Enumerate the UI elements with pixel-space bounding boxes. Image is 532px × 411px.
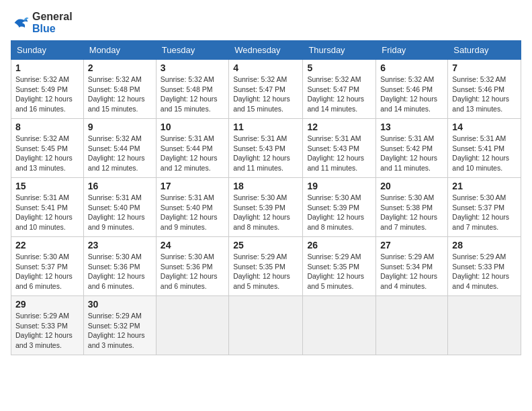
calendar-cell: 28 Sunrise: 5:29 AMSunset: 5:33 PMDaylig… [448,237,521,296]
day-number: 25 [233,240,298,250]
day-info: Sunrise: 5:30 AMSunset: 5:36 PMDaylight:… [88,252,152,291]
day-info: Sunrise: 5:29 AMSunset: 5:35 PMDaylight:… [233,252,298,291]
day-info: Sunrise: 5:31 AMSunset: 5:41 PMDaylight:… [15,193,79,232]
calendar-cell: 11 Sunrise: 5:31 AMSunset: 5:43 PMDaylig… [229,119,303,178]
day-info: Sunrise: 5:32 AMSunset: 5:49 PMDaylight:… [15,75,79,114]
day-number: 11 [233,122,298,132]
day-info: Sunrise: 5:32 AMSunset: 5:46 PMDaylight:… [380,75,443,114]
calendar-cell: 4 Sunrise: 5:32 AMSunset: 5:47 PMDayligh… [229,60,303,119]
day-number: 23 [88,240,152,250]
day-number: 27 [380,240,443,250]
day-info: Sunrise: 5:30 AMSunset: 5:38 PMDaylight:… [380,193,443,232]
day-info: Sunrise: 5:29 AMSunset: 5:33 PMDaylight:… [452,252,517,291]
calendar-table: SundayMondayTuesdayWednesdayThursdayFrid… [11,40,521,355]
calendar-cell: 8 Sunrise: 5:32 AMSunset: 5:45 PMDayligh… [11,119,84,178]
calendar-cell [156,296,228,355]
calendar-cell: 1 Sunrise: 5:32 AMSunset: 5:49 PMDayligh… [11,60,84,119]
calendar-cell: 16 Sunrise: 5:31 AMSunset: 5:40 PMDaylig… [83,178,156,237]
calendar-day-header: Saturday [448,41,521,60]
calendar-cell: 26 Sunrise: 5:29 AMSunset: 5:35 PMDaylig… [303,237,376,296]
calendar-day-header: Friday [376,41,448,60]
day-info: Sunrise: 5:30 AMSunset: 5:39 PMDaylight:… [233,193,298,232]
day-number: 15 [15,181,79,191]
page-header: General Blue [11,11,521,35]
day-number: 9 [88,122,152,132]
day-info: Sunrise: 5:31 AMSunset: 5:44 PMDaylight:… [161,134,224,173]
day-number: 22 [15,240,79,250]
calendar-cell: 29 Sunrise: 5:29 AMSunset: 5:33 PMDaylig… [11,296,84,355]
calendar-day-header: Thursday [303,41,376,60]
day-number: 8 [15,122,79,132]
calendar-cell: 13 Sunrise: 5:31 AMSunset: 5:42 PMDaylig… [376,119,448,178]
day-info: Sunrise: 5:32 AMSunset: 5:46 PMDaylight:… [452,75,517,114]
logo-icon [11,13,30,32]
calendar-cell: 18 Sunrise: 5:30 AMSunset: 5:39 PMDaylig… [229,178,303,237]
calendar-cell [376,296,448,355]
day-info: Sunrise: 5:31 AMSunset: 5:40 PMDaylight:… [161,193,224,232]
calendar-cell [303,296,376,355]
day-number: 1 [15,62,79,73]
calendar-cell: 9 Sunrise: 5:32 AMSunset: 5:44 PMDayligh… [83,119,156,178]
calendar-cell: 3 Sunrise: 5:32 AMSunset: 5:48 PMDayligh… [156,60,228,119]
calendar-cell: 19 Sunrise: 5:30 AMSunset: 5:39 PMDaylig… [303,178,376,237]
day-info: Sunrise: 5:30 AMSunset: 5:36 PMDaylight:… [161,252,224,291]
day-number: 4 [233,62,298,73]
calendar-cell: 25 Sunrise: 5:29 AMSunset: 5:35 PMDaylig… [229,237,303,296]
day-info: Sunrise: 5:32 AMSunset: 5:48 PMDaylight:… [161,75,224,114]
calendar-cell: 22 Sunrise: 5:30 AMSunset: 5:37 PMDaylig… [11,237,84,296]
calendar-cell: 27 Sunrise: 5:29 AMSunset: 5:34 PMDaylig… [376,237,448,296]
day-info: Sunrise: 5:29 AMSunset: 5:35 PMDaylight:… [307,252,371,291]
day-info: Sunrise: 5:32 AMSunset: 5:47 PMDaylight:… [233,75,298,114]
day-number: 17 [161,181,224,191]
day-number: 28 [452,240,517,250]
day-info: Sunrise: 5:30 AMSunset: 5:39 PMDaylight:… [307,193,371,232]
day-number: 7 [452,62,517,73]
calendar-cell: 30 Sunrise: 5:29 AMSunset: 5:32 PMDaylig… [83,296,156,355]
day-number: 5 [307,62,371,73]
day-number: 18 [233,181,298,191]
calendar-cell: 5 Sunrise: 5:32 AMSunset: 5:47 PMDayligh… [303,60,376,119]
day-info: Sunrise: 5:31 AMSunset: 5:42 PMDaylight:… [380,134,443,173]
calendar-cell [229,296,303,355]
day-number: 29 [15,299,79,310]
day-info: Sunrise: 5:32 AMSunset: 5:44 PMDaylight:… [88,134,152,173]
day-info: Sunrise: 5:29 AMSunset: 5:33 PMDaylight:… [15,311,79,351]
day-info: Sunrise: 5:32 AMSunset: 5:48 PMDaylight:… [88,75,152,114]
logo: General Blue [11,11,73,35]
day-info: Sunrise: 5:30 AMSunset: 5:37 PMDaylight:… [452,193,517,232]
day-info: Sunrise: 5:31 AMSunset: 5:43 PMDaylight:… [307,134,371,173]
calendar-cell: 20 Sunrise: 5:30 AMSunset: 5:38 PMDaylig… [376,178,448,237]
day-number: 26 [307,240,371,250]
day-info: Sunrise: 5:31 AMSunset: 5:41 PMDaylight:… [452,134,517,173]
day-info: Sunrise: 5:32 AMSunset: 5:47 PMDaylight:… [307,75,371,114]
day-number: 6 [380,62,443,73]
calendar-cell: 24 Sunrise: 5:30 AMSunset: 5:36 PMDaylig… [156,237,228,296]
calendar-day-header: Wednesday [229,41,303,60]
calendar-cell: 17 Sunrise: 5:31 AMSunset: 5:40 PMDaylig… [156,178,228,237]
day-info: Sunrise: 5:32 AMSunset: 5:45 PMDaylight:… [15,134,79,173]
calendar-cell [448,296,521,355]
day-number: 19 [307,181,371,191]
day-number: 14 [452,122,517,132]
day-number: 21 [452,181,517,191]
day-number: 13 [380,122,443,132]
day-number: 3 [161,62,224,73]
calendar-cell: 15 Sunrise: 5:31 AMSunset: 5:41 PMDaylig… [11,178,84,237]
calendar-cell: 14 Sunrise: 5:31 AMSunset: 5:41 PMDaylig… [448,119,521,178]
calendar-cell: 10 Sunrise: 5:31 AMSunset: 5:44 PMDaylig… [156,119,228,178]
calendar-cell: 6 Sunrise: 5:32 AMSunset: 5:46 PMDayligh… [376,60,448,119]
day-number: 10 [161,122,224,132]
day-info: Sunrise: 5:31 AMSunset: 5:40 PMDaylight:… [88,193,152,232]
day-number: 16 [88,181,152,191]
day-number: 2 [88,62,152,73]
calendar-header-row: SundayMondayTuesdayWednesdayThursdayFrid… [11,41,521,60]
calendar-cell: 7 Sunrise: 5:32 AMSunset: 5:46 PMDayligh… [448,60,521,119]
day-number: 30 [88,299,152,310]
calendar-day-header: Monday [83,41,156,60]
calendar-cell: 23 Sunrise: 5:30 AMSunset: 5:36 PMDaylig… [83,237,156,296]
day-number: 12 [307,122,371,132]
calendar-cell: 2 Sunrise: 5:32 AMSunset: 5:48 PMDayligh… [83,60,156,119]
calendar-day-header: Sunday [11,41,84,60]
day-info: Sunrise: 5:29 AMSunset: 5:32 PMDaylight:… [88,311,152,351]
day-info: Sunrise: 5:30 AMSunset: 5:37 PMDaylight:… [15,252,79,291]
